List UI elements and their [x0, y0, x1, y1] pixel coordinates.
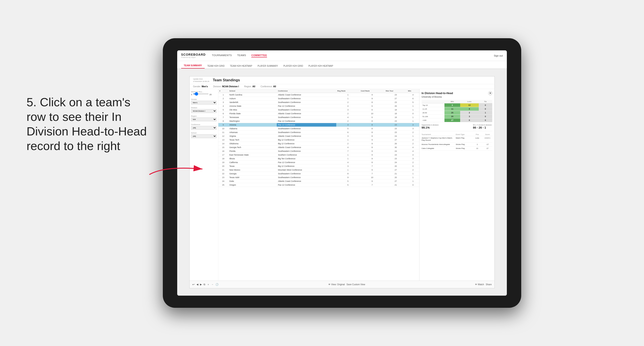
division-filter: Division: NCAA Division I — [213, 85, 239, 88]
table-row[interactable]: 20 Texas Big 12 Conference 3 7 20 0 — [218, 164, 419, 168]
school-section: School (All) — [191, 132, 216, 138]
step-back-btn[interactable]: ◀ — [196, 283, 198, 286]
tournament-row-2: Arizona Thunderbirds Intercollegiate Str… — [422, 143, 492, 147]
conference-section: Conference (All) — [191, 124, 216, 130]
table-row[interactable]: 10 Alabama Southeastern Conference 5 8 2… — [218, 127, 419, 131]
clock-icon: 🕐 — [216, 283, 218, 286]
opponents-block: Opponents in division: 99.1% — [422, 124, 439, 129]
table-row[interactable]: 2 Auburn Southeastern Conference 1 9 27 … — [218, 97, 419, 101]
arrow-graphic — [147, 161, 205, 177]
table-row[interactable]: 5 Ole Miss Southeastern Conference 3 6 1… — [218, 108, 419, 112]
gender-filter: Gender: Men's — [193, 85, 208, 88]
gender-section: Gender Men's Women's — [191, 98, 216, 105]
annotation-text: 5. Click on a team's row to see their In… — [26, 95, 150, 153]
view-original-btn[interactable]: 👁 View: Original — [328, 283, 345, 286]
step-forward-btn[interactable]: ▶ — [200, 283, 202, 286]
min-rounds-section: Minimum Rou... 4 20 — [191, 91, 216, 96]
copy-btn[interactable]: ⧉ — [204, 283, 205, 286]
table-row[interactable]: 9 Arizona Pac-12 Conference 3 8 23 3 — [218, 123, 419, 127]
logo-sub: Powered by clippd — [181, 56, 206, 58]
panel-team: University of Arizona — [422, 96, 492, 98]
region-section: Region N/A All — [191, 115, 216, 121]
col-num: # — [218, 89, 228, 93]
inner-app: Update time: 27/03/2024 16:56:26 Team St… — [189, 76, 495, 288]
nav-teams[interactable]: TEAMS — [237, 54, 246, 57]
table-row[interactable]: 14 Oklahoma Big 12 Conference 2 9 26 2 — [218, 142, 419, 146]
update-time-block: Update time: 27/03/2024 16:56:26 — [193, 78, 209, 83]
col-school: School — [228, 89, 277, 93]
table-row[interactable]: 17 East Tennessee State Southern Confere… — [218, 153, 419, 157]
sub-nav-player-h2h-grid[interactable]: PLAYER H2H GRID — [281, 63, 306, 68]
division-section: Division NCAA Division I NCAA Division I… — [191, 107, 216, 113]
undo-btn[interactable]: ↩ — [192, 283, 195, 286]
conference-filter: Conference: All — [260, 85, 276, 88]
tablet-frame: SCOREBOARD Powered by clippd TOURNAMENTS… — [163, 38, 521, 308]
col-rds-tour: Rds Tour — [384, 89, 406, 93]
sub-nav-team-h2h-grid[interactable]: TEAM H2H GRID — [205, 63, 227, 68]
logo-block: SCOREBOARD Powered by clippd — [181, 53, 206, 58]
division-select[interactable]: NCAA Division I NCAA Division II — [191, 109, 216, 113]
table-row[interactable]: 1 North Carolina Atlantic Coast Conferen… — [218, 93, 419, 97]
table-row[interactable]: 12 Virginia Atlantic Coast Conference 3 … — [218, 134, 419, 138]
table-row[interactable]: 24 Duke Atlantic Coast Conference 5 9 27… — [218, 179, 419, 183]
right-panel: In Division Head-to-Head ✕ University of… — [419, 89, 494, 281]
school-select[interactable]: (All) — [191, 134, 216, 138]
conference-select[interactable]: (All) — [191, 126, 216, 130]
tournament-row-3: Cabo Collegiate Stroke Play 11 17 — [422, 147, 492, 151]
sub-nav-team-summary[interactable]: TEAM SUMMARY — [181, 63, 205, 68]
table-row[interactable]: 21 New Mexico Mountain West Conference 1… — [218, 168, 419, 172]
tournament-row-1: Jackson T. Stephens Cup Men's Match-Play… — [422, 136, 492, 142]
min-rounds-slider[interactable] — [193, 93, 208, 94]
table-row[interactable]: 13 Texas Tech Big 12 Conference 1 9 27 2 — [218, 138, 419, 142]
tournament-section: Tournament Event Type Pos Score Jackson … — [422, 133, 492, 150]
sub-nav-player-summary[interactable]: PLAYER SUMMARY — [255, 63, 280, 68]
table-area: # School Conference Reg Rank Conf Rank R… — [218, 89, 419, 281]
record-block: W-L-T record in-division: 86 - 26 - 1 — [473, 124, 492, 129]
top-nav: SCOREBOARD Powered by clippd TOURNAMENTS… — [177, 50, 507, 61]
table-row[interactable]: 25 Oregon Pac-12 Conference 5 7 21 0 — [218, 183, 419, 187]
add-btn[interactable]: ＋ — [207, 283, 210, 286]
table-row[interactable]: 18 Illinois Big Ten Conference 1 9 23 3 — [218, 157, 419, 161]
table-row[interactable]: 11 Arkansas Southeastern Conference 6 8 … — [218, 131, 419, 134]
region-filter: Region: All — [244, 85, 255, 88]
table-row[interactable]: 8 Washington Pac-12 Conference 2 8 23 1 — [218, 119, 419, 123]
main-area: Update time: 27/03/2024 16:56:26 Team St… — [177, 69, 507, 296]
app-body: Minimum Rou... 4 20 Gender Me — [190, 89, 494, 281]
sub-nav-player-heatmap[interactable]: PLAYER H2H HEATMAP — [306, 63, 336, 68]
table-row[interactable]: 16 Florida Southeastern Conference 7 9 2… — [218, 149, 419, 153]
region-select[interactable]: N/A All — [191, 118, 216, 121]
table-row[interactable]: 4 Arizona State Pac-12 Conference 4 6 26… — [218, 104, 419, 108]
nav-committee[interactable]: COMMITTEE — [251, 54, 267, 57]
logo-text: SCOREBOARD — [181, 53, 206, 56]
watch-btn[interactable]: 👁 Watch — [475, 283, 484, 286]
gender-select[interactable]: Men's Women's — [191, 101, 216, 105]
panel-title: In Division Head-to-Head — [422, 92, 453, 95]
table-row[interactable]: 19 California Pac-12 Conference 4 8 24 2 — [218, 161, 419, 164]
col-conference: Conference — [277, 89, 336, 93]
table-row[interactable]: 22 Georgia Southeastern Conference 8 7 2… — [218, 172, 419, 176]
nav-tournaments[interactable]: TOURNAMENTS — [212, 54, 232, 57]
sub-nav: TEAM SUMMARY TEAM H2H GRID TEAM H2H HEAT… — [177, 61, 507, 69]
sidebar: Minimum Rou... 4 20 Gender Me — [190, 89, 218, 281]
table-row[interactable]: 23 Texas A&M Southeastern Conference 9 1… — [218, 176, 419, 179]
table-row[interactable]: 7 Tennessee Southeastern Conference 4 6 … — [218, 116, 419, 119]
col-win: Win — [407, 89, 419, 93]
save-custom-btn[interactable]: Save Custom View — [346, 283, 365, 286]
col-reg-rank: Reg Rank — [336, 89, 360, 93]
sign-out[interactable]: Sign out — [494, 54, 503, 57]
app-header: Update time: 27/03/2024 16:56:26 Team St… — [190, 76, 494, 84]
col-conf-rank: Conf Rank — [360, 89, 385, 93]
subtract-btn[interactable]: － — [211, 283, 214, 286]
share-btn[interactable]: Share — [486, 283, 492, 286]
tablet-screen: SCOREBOARD Powered by clippd TOURNAMENTS… — [177, 50, 507, 296]
close-button[interactable]: ✕ — [488, 91, 492, 95]
app-title: Team Standings — [213, 78, 240, 82]
table-row[interactable]: 15 Georgia Tech Atlantic Coast Conferenc… — [218, 146, 419, 149]
table-row[interactable]: 3 Vanderbilt Southeastern Conference 2 8… — [218, 101, 419, 104]
sub-nav-team-heatmap[interactable]: TEAM H2H HEATMAP — [227, 63, 255, 68]
bottom-toolbar: ↩ ◀ ▶ ⧉ ＋ － 🕐 👁 View: Original S — [190, 281, 494, 288]
table-row[interactable]: 6 Florida State Atlantic Coast Conferenc… — [218, 112, 419, 116]
filter-row: Gender: Men's Division: NCAA Division I … — [190, 84, 494, 89]
